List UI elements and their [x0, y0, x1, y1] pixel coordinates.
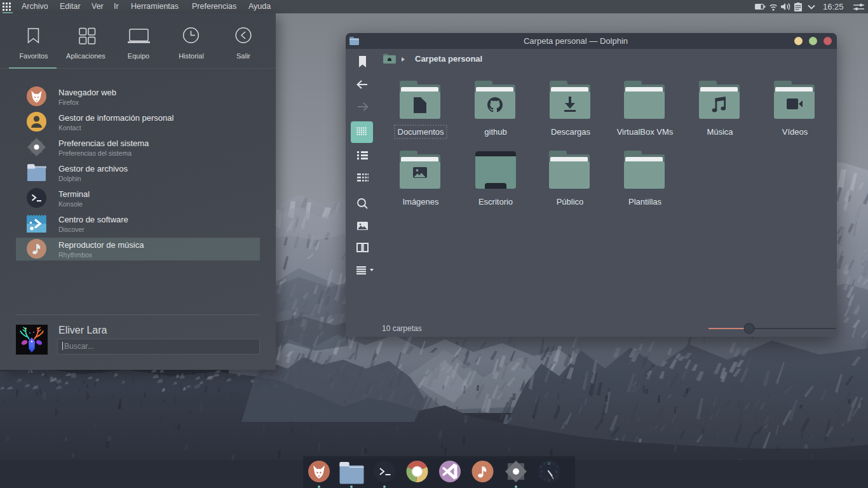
svg-text:10: 10 [540, 466, 543, 468]
svg-text:3: 3 [556, 471, 557, 473]
svg-text:11: 11 [543, 463, 545, 465]
svg-text:12: 12 [547, 462, 551, 465]
svg-text:6: 6 [548, 479, 550, 482]
svg-text:9: 9 [541, 471, 543, 473]
